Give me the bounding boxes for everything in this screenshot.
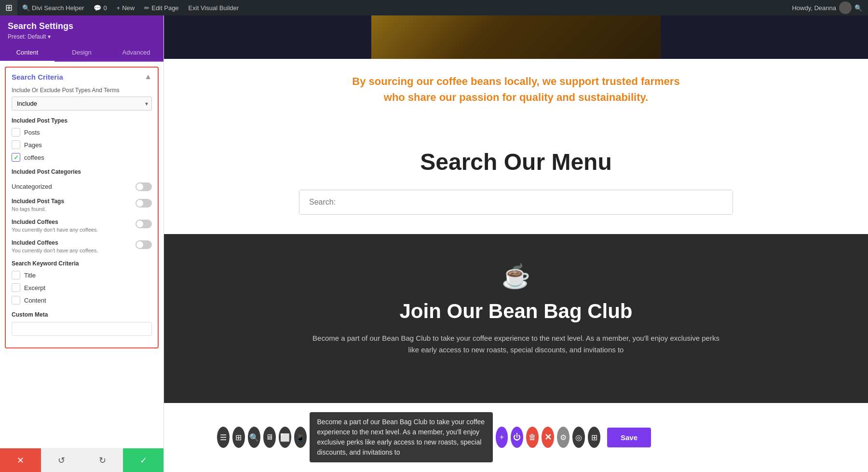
panel-tabs: Content Design Advanced: [0, 44, 163, 62]
search-input[interactable]: [299, 190, 732, 214]
top-search-icon[interactable]: 🔍: [854, 4, 862, 12]
toolbar-grid-button[interactable]: ⊞: [232, 427, 245, 448]
checkbox-posts: Posts: [12, 128, 152, 137]
toolbar-add-button[interactable]: +: [496, 427, 508, 448]
checkbox-pages: Pages: [12, 140, 152, 149]
toolbar-power-button[interactable]: ⏻: [511, 427, 523, 448]
wp-logo-button[interactable]: ⊞: [0, 0, 17, 15]
redo-icon: ↻: [99, 455, 106, 466]
search-keyword-section: Search Keyword Criteria Title Excerpt Co…: [12, 260, 152, 305]
redo-button[interactable]: ↻: [82, 448, 123, 472]
uncategorized-item: Uncategorized: [12, 181, 152, 191]
include-exclude-select[interactable]: Include Exclude: [12, 97, 152, 111]
admin-bar-right: Howdy, Deanna 🔍: [792, 1, 868, 14]
divi-search-helper-button[interactable]: 🔍 Divi Search Helper: [17, 0, 89, 15]
coffees-1-toggle-knob: [136, 221, 143, 227]
settings-panel: Search Settings Preset: Default ▾ Conten…: [0, 15, 164, 472]
included-post-tags-section: Included Post Tags No tags found.: [12, 198, 152, 212]
confirm-button[interactable]: ✓: [123, 448, 164, 472]
included-coffees-1-header: Included Coffees You currently don't hav…: [12, 219, 152, 233]
undo-button[interactable]: ↺: [41, 448, 82, 472]
checkbox-title-box[interactable]: [12, 271, 20, 279]
toolbar-delete-button[interactable]: 🗑: [526, 427, 539, 448]
new-button[interactable]: + New: [112, 0, 140, 15]
dark-section-text: Become a part of our Bean Bag Club to ta…: [311, 333, 721, 356]
confirm-icon: ✓: [140, 455, 147, 466]
tab-advanced[interactable]: Advanced: [109, 44, 163, 62]
toolbar-equalizer-button[interactable]: ⊞: [588, 427, 600, 448]
floating-toolbar: ☰ ⊞ 🔍 🖥 ⬜ 📱 Become a part of our Bean Ba…: [217, 412, 651, 462]
tab-content[interactable]: Content: [0, 44, 54, 62]
include-exclude-section: Include Or Exclude Post Types And Terms …: [12, 87, 152, 111]
dark-section: ☕ Join Our Bean Bag Club Become a part o…: [164, 234, 868, 403]
included-coffees-2-empty: You currently don't have any coffees.: [12, 248, 98, 253]
checkbox-pages-box[interactable]: [12, 140, 20, 149]
included-coffees-1-empty: You currently don't have any coffees.: [12, 227, 98, 233]
included-post-categories-title: Included Post Categories: [12, 168, 81, 175]
search-input-wrapper: [299, 190, 733, 215]
section-header: Search Criteria ▲: [12, 72, 152, 81]
toolbar-settings-button[interactable]: ⚙: [557, 427, 570, 448]
checkbox-content-label: Content: [24, 297, 46, 304]
floating-text: Become a part of our Bean Bag Club to ta…: [310, 412, 493, 462]
post-tags-toggle[interactable]: [136, 199, 152, 208]
plugin-icon: 🔍: [22, 4, 30, 12]
exit-visual-builder-button[interactable]: Exit Visual Builder: [184, 0, 244, 15]
pencil-icon: ✏: [144, 4, 149, 12]
checkbox-title-label: Title: [24, 272, 36, 279]
edit-page-button[interactable]: ✏ Edit Page: [139, 0, 183, 15]
post-tags-toggle-knob: [136, 200, 143, 207]
included-post-categories-section: Included Post Categories Uncategorized: [12, 168, 152, 191]
coffees-2-toggle[interactable]: [136, 240, 152, 249]
checkbox-excerpt: Excerpt: [12, 283, 152, 292]
checkbox-coffees: ✓ coffees: [12, 153, 152, 162]
comments-button[interactable]: 💬 0: [89, 0, 111, 15]
coffee-beans-image: [371, 15, 661, 59]
checkbox-posts-box[interactable]: [12, 128, 20, 137]
toolbar-close-button[interactable]: ✕: [542, 427, 554, 448]
custom-meta-input[interactable]: [12, 322, 152, 336]
toggle-knob: [136, 183, 143, 190]
panel-bottom-bar: ✕ ↺ ↻ ✓: [0, 448, 164, 472]
checkbox-pages-label: Pages: [24, 141, 42, 149]
collapse-button[interactable]: ▲: [144, 72, 152, 81]
checkbox-content-box[interactable]: [12, 296, 20, 305]
panel-title: Search Settings: [8, 21, 156, 31]
toolbar-target-button[interactable]: ◎: [572, 427, 585, 448]
hero-image-top: [164, 15, 868, 59]
included-post-categories-header: Included Post Categories: [12, 168, 152, 177]
checkbox-excerpt-box[interactable]: [12, 283, 20, 292]
included-coffees-1-title: Included Coffees: [12, 219, 98, 225]
cancel-button[interactable]: ✕: [0, 448, 41, 472]
checkbox-coffees-box[interactable]: ✓: [12, 153, 20, 162]
toolbar-tablet-button[interactable]: ⬜: [279, 427, 291, 448]
howdy-label: Howdy, Deanna: [792, 4, 836, 12]
included-coffees-2-header: Included Coffees You currently don't hav…: [12, 239, 152, 253]
custom-meta-title: Custom Meta: [12, 311, 152, 318]
included-post-types-section: Included Post Types Posts Pages ✓ coffee…: [12, 117, 152, 162]
admin-bar: ⊞ 🔍 Divi Search Helper 💬 0 + New ✏ Edit …: [0, 0, 868, 15]
uncategorized-toggle[interactable]: [136, 182, 152, 191]
checkbox-excerpt-label: Excerpt: [24, 284, 45, 292]
chevron-down-icon: ▾: [48, 33, 51, 40]
search-criteria-title: Search Criteria: [12, 73, 63, 81]
coffees-1-toggle[interactable]: [136, 220, 152, 228]
search-criteria-section: Search Criteria ▲ Include Or Exclude Pos…: [5, 67, 159, 348]
save-button[interactable]: Save: [607, 428, 651, 447]
toolbar-menu-button[interactable]: ☰: [217, 427, 230, 448]
included-coffees-2-section: Included Coffees You currently don't hav…: [12, 239, 152, 253]
toolbar-desktop-button[interactable]: 🖥: [263, 427, 276, 448]
tab-design[interactable]: Design: [54, 44, 109, 62]
uncategorized-label: Uncategorized: [12, 183, 52, 190]
toolbar-mobile-button[interactable]: 📱: [294, 427, 307, 448]
search-menu-title: Search Our Menu: [203, 149, 829, 175]
custom-meta-section: Custom Meta: [12, 311, 152, 336]
search-keyword-title: Search Keyword Criteria: [12, 260, 152, 267]
main-content: By sourcing our coffee beans locally, we…: [164, 15, 868, 472]
orange-quote-text: By sourcing our coffee beans locally, we…: [347, 73, 685, 105]
included-coffees-2-title: Included Coffees: [12, 239, 98, 246]
toolbar-search-button[interactable]: 🔍: [248, 427, 260, 448]
preset-selector[interactable]: Preset: Default ▾: [8, 33, 156, 40]
panel-content: Search Criteria ▲ Include Or Exclude Pos…: [0, 62, 163, 472]
include-exclude-label: Include Or Exclude Post Types And Terms: [12, 87, 152, 94]
